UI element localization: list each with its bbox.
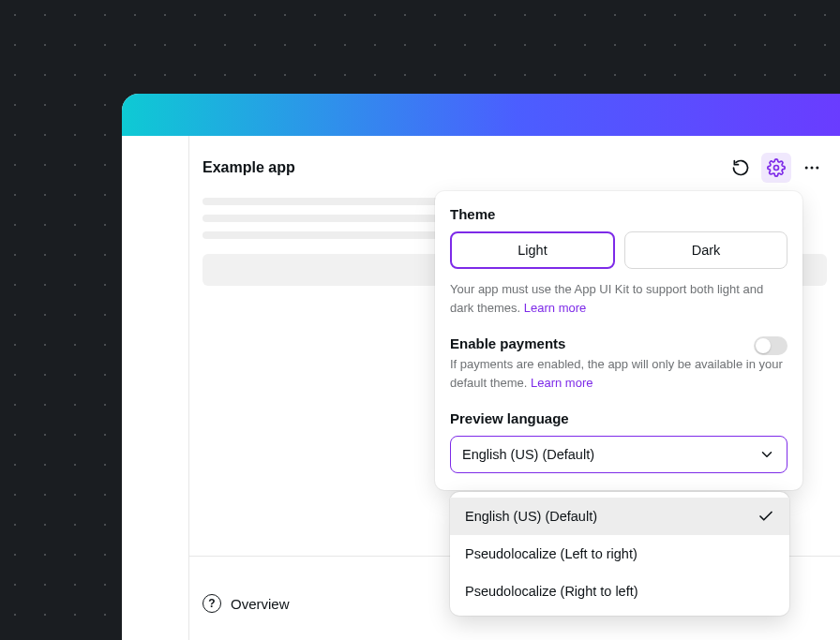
- payments-learn-more-link[interactable]: Learn more: [531, 376, 592, 390]
- language-dropdown: English (US) (Default) Pseudolocalize (L…: [450, 492, 789, 616]
- theme-light-button[interactable]: Light: [450, 231, 615, 269]
- settings-button[interactable]: [761, 153, 791, 183]
- skeleton-line: [202, 231, 440, 239]
- settings-popover: Theme Light Dark Your app must use the A…: [435, 191, 802, 490]
- overview-label: Overview: [231, 596, 290, 612]
- language-label: Preview language: [450, 410, 788, 426]
- svg-point-3: [816, 167, 818, 170]
- language-option[interactable]: Pseudolocalize (Left to right): [450, 535, 789, 573]
- more-icon: [802, 158, 821, 177]
- page-title: Example app: [202, 159, 295, 176]
- language-select[interactable]: English (US) (Default): [450, 436, 788, 473]
- language-option[interactable]: Pseudolocalize (Right to left): [450, 573, 789, 610]
- svg-point-0: [774, 166, 779, 171]
- left-rail: [122, 136, 189, 640]
- toggle-knob: [756, 338, 771, 353]
- window-title-bar: [122, 94, 840, 136]
- payments-label: Enable payments: [450, 335, 565, 351]
- svg-point-2: [811, 167, 814, 170]
- check-icon: [758, 508, 774, 525]
- payments-toggle[interactable]: [754, 336, 788, 355]
- theme-dark-button[interactable]: Dark: [624, 231, 788, 269]
- chevron-down-icon: [758, 446, 775, 463]
- svg-point-1: [805, 167, 808, 170]
- reload-icon: [731, 158, 750, 177]
- gear-icon: [767, 158, 786, 177]
- more-button[interactable]: [797, 153, 827, 183]
- help-icon: ?: [202, 594, 221, 613]
- language-selected-value: English (US) (Default): [462, 447, 594, 462]
- theme-segmented: Light Dark: [450, 231, 788, 269]
- theme-learn-more-link[interactable]: Learn more: [524, 301, 586, 315]
- theme-label: Theme: [450, 206, 788, 222]
- payments-help-text: If payments are enabled, the app will on…: [450, 355, 788, 392]
- reload-button[interactable]: [726, 153, 756, 183]
- language-option[interactable]: English (US) (Default): [450, 498, 789, 535]
- theme-help-text: Your app must use the App UI Kit to supp…: [450, 280, 788, 317]
